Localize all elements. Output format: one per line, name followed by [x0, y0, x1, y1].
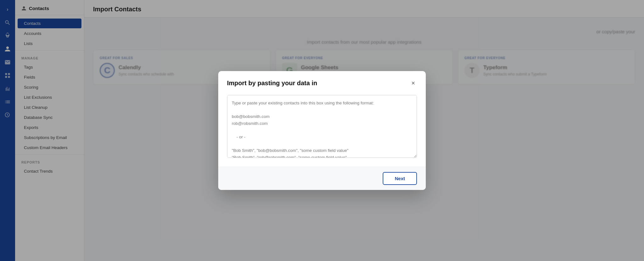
contacts-paste-input[interactable]	[227, 95, 417, 158]
modal-body	[218, 92, 426, 167]
import-modal: Import by pasting your data in × Next	[218, 71, 426, 190]
modal-close-button[interactable]: ×	[409, 79, 417, 87]
next-button[interactable]: Next	[383, 172, 417, 185]
modal-header: Import by pasting your data in ×	[218, 71, 426, 92]
modal-overlay[interactable]: Import by pasting your data in × Next	[0, 0, 644, 261]
modal-footer: Next	[218, 167, 426, 190]
modal-title: Import by pasting your data in	[227, 80, 317, 87]
